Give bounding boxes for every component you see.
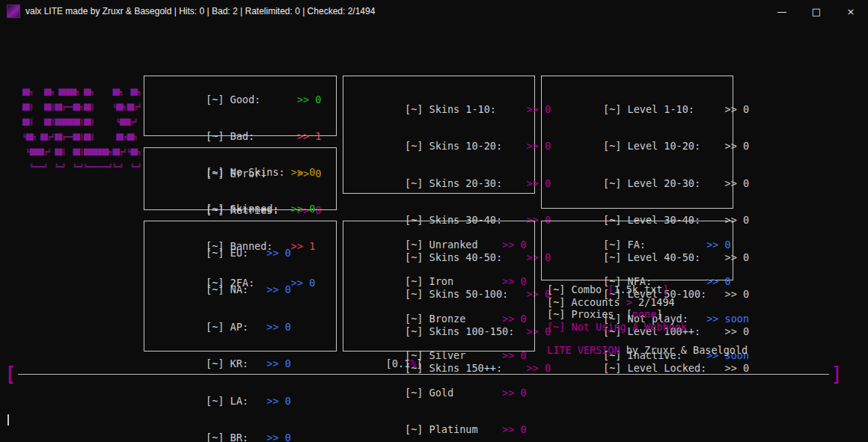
row-prefix: [~]	[206, 93, 230, 105]
stat-value: >> 0	[502, 423, 527, 435]
regions-box: [~] EU:>> 0 [~] NA:>> 0 [~] AP:>> 0 [~] …	[144, 221, 337, 352]
stat-value: >> 0	[266, 432, 291, 442]
maximize-button[interactable]: □	[799, 0, 834, 22]
stat-value: >> 0	[706, 239, 731, 251]
stat-label: NA:	[230, 283, 267, 296]
app-icon	[7, 4, 20, 18]
close-button[interactable]: ×	[834, 0, 868, 22]
stat-row: [~] Iron>> 0	[356, 263, 534, 301]
stat-value: >> 0	[291, 203, 316, 215]
stat-label: BR:	[230, 432, 267, 442]
row-prefix: [~]	[603, 103, 628, 115]
stat-label: Bad:	[230, 130, 297, 143]
ascii-art-logo: ██╗ ██╗ █████╗ ██╗ ██╗ ██╗ ██║ ██║██╔══█…	[22, 85, 141, 175]
titlebar[interactable]: valx LITE made by Zruxr & Basegold | Hit…	[0, 0, 868, 22]
stat-row: [~] Level 1-10:>> 0	[554, 90, 733, 128]
stat-label: FA:	[628, 239, 707, 251]
row-prefix: [~]	[405, 275, 430, 287]
row-prefix: [~]	[405, 313, 430, 325]
stat-value: >> 0	[502, 239, 527, 251]
skin-status-box: [~] No Skins:>> 0 [~] Skinned:>> 0 [~] B…	[144, 147, 337, 210]
row-prefix: [~]	[206, 283, 230, 295]
stat-value: >> 0	[297, 93, 322, 105]
stat-row: [~] AP:>> 0	[157, 308, 336, 346]
stat-label: Bronze	[430, 313, 503, 325]
row-prefix: [~]	[206, 247, 230, 259]
stat-label: Level 20-30:	[628, 177, 725, 190]
skins-count-box: [~] Skins 1-10:>> 0 [~] Skins 10-20:>> 0…	[343, 76, 535, 194]
row-prefix: [~]	[206, 166, 230, 178]
window-controls: — □ ×	[765, 0, 868, 22]
stat-label: Level 1-10:	[628, 103, 725, 116]
console-output: ██╗ ██╗ █████╗ ██╗ ██╗ ██╗ ██║ ██║██╔══█…	[0, 22, 868, 442]
stat-row: [~] NA:>> 0	[157, 271, 336, 309]
stat-row: [~] Skins 10-20:>> 0	[356, 128, 534, 165]
stat-row: [~] Unranked>> 0	[356, 226, 534, 263]
stat-label: AP:	[230, 321, 267, 334]
row-prefix: [~]	[603, 177, 628, 189]
row-prefix: [~]	[405, 423, 430, 435]
stat-value: >> 0	[291, 166, 316, 178]
row-prefix: [~]	[405, 140, 430, 152]
results-box: [~] Good:>> 0 [~] Bad:>> 1 [~] Error:>> …	[144, 76, 337, 136]
levels-box: [~] Level 1-10:>> 0 [~] Level 10-20:>> 0…	[541, 76, 733, 209]
account-types-box: [~] FA:>> 0 [~] NFA:>> 0 [~] Not playd:>…	[541, 221, 733, 280]
stat-row: [~] BR:>> 0	[157, 420, 336, 442]
stat-label: Good:	[230, 93, 297, 106]
stat-row: [~] EU:>> 0	[157, 234, 336, 271]
stat-label: Gold	[430, 387, 503, 399]
row-prefix: [~]	[405, 103, 430, 115]
row-prefix: [~]	[405, 177, 430, 189]
progress-bar: [ ]	[4, 362, 843, 386]
stat-label: EU:	[230, 247, 267, 260]
row-prefix: [~]	[603, 140, 628, 152]
stat-label: Skins 20-30:	[430, 177, 527, 190]
stat-value: >> 0	[502, 275, 527, 287]
window-title: valx LITE made by Zruxr & Basegold | Hit…	[25, 6, 765, 16]
footer-line: [~] Proxies [none]	[547, 308, 687, 321]
stat-value: >> 1	[297, 130, 322, 142]
minimize-button[interactable]: —	[765, 0, 799, 22]
stat-label: Level 10-20:	[628, 140, 725, 153]
stat-row: [~] Good:>> 0	[157, 81, 336, 118]
row-prefix: [~]	[206, 321, 230, 333]
stat-value: >> 0	[706, 275, 731, 287]
stat-value: >> 0	[266, 321, 291, 333]
row-prefix: [~]	[603, 239, 628, 251]
stat-label: Unranked	[430, 239, 503, 251]
stat-value: >> 0	[502, 387, 527, 399]
stat-row: [~] Skins 20-30:>> 0	[356, 165, 534, 202]
stat-value: >> 0	[725, 140, 750, 152]
stat-row: [~] Skins 1-10:>> 0	[356, 90, 534, 128]
stat-row: [~] Platinum>> 0	[356, 411, 534, 442]
stat-label: Platinum	[430, 423, 503, 436]
stat-label: Skins 1-10:	[430, 103, 527, 116]
footer-line: [~] Not Using A Webhook	[547, 321, 687, 334]
ranks-box: [~] Unranked>> 0 [~] Iron>> 0 [~] Bronze…	[343, 221, 535, 352]
progress-bar-right-bracket: ]	[831, 364, 843, 384]
stat-value: >> 0	[725, 177, 750, 189]
progress-bar-left-bracket: [	[4, 364, 16, 384]
stat-row: [~] LA:>> 0	[157, 382, 336, 420]
stat-value: >> 0	[502, 313, 527, 325]
stat-label: Skins 10-20:	[430, 140, 527, 153]
stat-label: Skinned:	[230, 203, 291, 215]
footer-line: [~] Accounts > 2/1494	[547, 296, 687, 309]
stat-row: [~] Level 20-30:>> 0	[554, 165, 733, 202]
stat-label: Iron	[430, 275, 503, 288]
stat-label: No Skins:	[230, 166, 291, 179]
stat-row: [~] FA:>> 0	[554, 226, 733, 263]
footer-line: [~] Combo [1.5k.txt]	[547, 283, 687, 296]
row-prefix: [~]	[405, 239, 430, 251]
stat-value: >> 0	[266, 395, 291, 407]
version-line: LITE VERSION by Zruxr & Baselgold	[547, 344, 748, 357]
console-cursor	[7, 414, 9, 426]
stat-row: [~] Level 10-20:>> 0	[554, 128, 733, 165]
stat-row: [~] No Skins:>> 0	[157, 153, 336, 191]
stat-value: >> 0	[266, 247, 291, 259]
stat-value: >> soon	[706, 313, 749, 325]
stat-value: >> 0	[725, 103, 750, 115]
row-prefix: [~]	[206, 130, 230, 142]
row-prefix: [~]	[206, 203, 230, 215]
stat-row: [~] Bronze>> 0	[356, 300, 534, 337]
